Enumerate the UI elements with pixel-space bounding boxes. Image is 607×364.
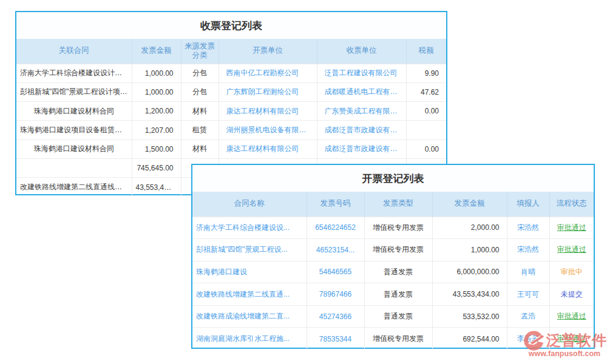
amount-cell: 1,200.00 (132, 102, 181, 121)
invoice-number-link[interactable]: 45274366 (307, 305, 364, 328)
invoice-type-cell: 增值税专用发票 (364, 217, 432, 239)
invoice-header-row: 合同名称 发票号码 发票类型 发票金额 填报人 流程状态 (192, 192, 594, 217)
col-header-invoicing-unit: 开票单位 (219, 39, 317, 64)
table-row: 济南大学工科综合楼建设设... 6546224652 增值税专用发票 2,000… (192, 217, 594, 239)
contract-link[interactable]: 彭祖新城"四馆"景观工程设... (192, 239, 307, 261)
invoicer-link[interactable]: 西南中亿工程勘察公司 (219, 64, 317, 83)
status-badge[interactable]: 未提交 (561, 290, 583, 298)
tax-cell: 47.62 (406, 83, 446, 101)
invoice-type-cell: 普通发票 (364, 283, 432, 306)
contract-cell: 珠海鹤港口建设材料合同 (16, 140, 132, 158)
invoice-table: 合同名称 发票号码 发票类型 发票金额 填报人 流程状态 济南大学工科综合楼建设… (192, 192, 594, 350)
col-header-receiving-unit: 收票单位 (317, 39, 406, 64)
receiver-link[interactable]: 广东赞美成工程有限公司 (317, 102, 406, 121)
invoice-number-link[interactable]: 46523154... (307, 239, 364, 261)
col-header-invoice-amount: 发票金额 (432, 192, 507, 217)
amount-cell: 43,553,434.00 (432, 283, 507, 306)
amount-cell: 533,532.00 (432, 305, 507, 328)
status-badge[interactable]: 审批中 (561, 268, 583, 276)
receiver-link[interactable]: 成都泛普市政建设有限公司 (317, 140, 406, 158)
contract-link[interactable]: 湖南洞庭湖水库引水工程施... (192, 328, 307, 350)
filler-link[interactable]: 孟浩 (507, 305, 549, 328)
invoicer-link[interactable]: 湖州丽景机电设备有限公司 (219, 121, 317, 140)
amount-cell: 1,000.00 (132, 64, 181, 83)
amount-cell: 1,000.00 (132, 83, 181, 101)
receipt-table-title: 收票登记列表 (16, 12, 446, 39)
invoice-number-link[interactable]: 78967466 (307, 283, 364, 306)
col-header-tax-amount: 税额 (406, 39, 446, 64)
invoice-type-cell: 普通发票 (364, 305, 432, 328)
col-header-process-status: 流程状态 (549, 192, 594, 217)
col-header-related-contract: 关联合同 (16, 39, 132, 64)
invoice-register-panel: 开票登记列表 合同名称 发票号码 发票类型 发票金额 填报人 流程状态 济南大学… (191, 164, 595, 349)
contract-link[interactable]: 改建铁路成渝线增建第二直... (192, 305, 307, 328)
col-header-invoice-type: 发票类型 (364, 192, 432, 217)
tax-cell (406, 121, 446, 140)
col-header-contract-name: 合同名称 (192, 192, 307, 217)
table-row: 改建铁路线增建第二线直通... 78967466 普通发票 43,553,434… (192, 283, 594, 306)
filler-link[interactable]: 王可可 (507, 283, 549, 306)
category-cell: 分包 (181, 83, 219, 101)
amount-cell: 745,645.00 (132, 158, 181, 177)
receiver-link[interactable]: 泛普工程建设有限公司 (317, 64, 406, 83)
contract-link[interactable]: 济南大学工科综合楼建设设... (192, 217, 307, 239)
col-header-invoice-amount: 发票金额 (132, 39, 181, 64)
contract-cell: 改建铁路线增建第二线直通线（成... (16, 178, 132, 197)
table-row: 珠海鹤港口建设 54646565 普通发票 6,000,000.00 肖晴 审批… (192, 261, 594, 283)
tax-cell: 0.00 (406, 140, 446, 158)
filler-link[interactable]: 宋浩然 (507, 239, 549, 261)
status-badge[interactable]: 审批通过 (557, 223, 586, 232)
invoice-type-cell: 增值税专用发票 (364, 328, 432, 350)
watermark-url-text: www.fanpusoft.com (522, 349, 607, 358)
filler-link[interactable]: 肖晴 (507, 261, 549, 283)
table-row: 彭祖新城"四馆"景观工程设计项目... 1,000.00 分包 广东辉朗工程测绘… (16, 83, 446, 101)
amount-cell: 43,553,43... (132, 178, 181, 197)
category-cell: 租赁 (181, 121, 219, 140)
table-row: 珠海鹤港口建设项目设备租赁合同 1,207.00 租赁 湖州丽景机电设备有限公司… (16, 121, 446, 140)
invoice-number-link[interactable]: 78535344 (307, 328, 364, 350)
table-row: 济南大学工科综合楼建设设计项目... 1,000.00 分包 西南中亿工程勘察公… (16, 64, 446, 83)
invoicer-link[interactable]: 广东辉朗工程测绘公司 (219, 83, 317, 101)
filler-link[interactable]: 宋浩然 (507, 217, 549, 239)
col-header-source-invoice-category: 来源发票分类 (181, 39, 219, 64)
table-row: 彭祖新城"四馆"景观工程设... 46523154... 增值税专用发票 1,0… (192, 239, 594, 261)
amount-cell: 2,000.00 (432, 217, 507, 239)
contract-cell: 珠海鹤港口建设材料合同 (16, 102, 132, 121)
status-badge[interactable]: 审批通过 (557, 312, 586, 320)
contract-link[interactable]: 珠海鹤港口建设 (192, 261, 307, 283)
invoicer-link[interactable]: 康达工程材料有限公司 (219, 102, 317, 121)
status-badge[interactable]: 审批通过 (557, 245, 586, 254)
contract-cell: 彭祖新城"四馆"景观工程设计项目... (16, 83, 132, 101)
invoice-number-link[interactable]: 54646565 (307, 261, 364, 283)
amount-cell: 692,544.00 (432, 328, 507, 350)
tax-cell: 9.90 (406, 64, 446, 83)
contract-link[interactable]: 改建铁路线增建第二线直通... (192, 283, 307, 306)
contract-cell (16, 158, 132, 177)
contract-cell: 珠海鹤港口建设项目设备租赁合同 (16, 121, 132, 140)
invoice-type-cell: 普通发票 (364, 261, 432, 283)
status-badge[interactable]: 审批通过 (557, 334, 586, 343)
table-row: 湖南洞庭湖水库引水工程施... 78535344 增值税专用发票 692,544… (192, 328, 594, 350)
contract-cell: 济南大学工科综合楼建设设计项目... (16, 64, 132, 83)
invoice-type-cell: 增值税专用发票 (364, 239, 432, 261)
invoice-table-title: 开票登记列表 (192, 165, 594, 192)
col-header-invoice-number: 发票号码 (307, 192, 364, 217)
category-cell: 材料 (181, 102, 219, 121)
invoicer-link[interactable]: 康达工程材料有限公司 (219, 140, 317, 158)
receiver-link[interactable]: 成都暖通机电工程有限公司 (317, 83, 406, 101)
category-cell: 分包 (181, 64, 219, 83)
amount-cell: 1,207.00 (132, 121, 181, 140)
tax-cell: 0.00 (406, 102, 446, 121)
category-cell: 材料 (181, 140, 219, 158)
amount-cell: 6,000,000.00 (432, 261, 507, 283)
amount-cell: 1,500.00 (132, 140, 181, 158)
receipt-header-row: 关联合同 发票金额 来源发票分类 开票单位 收票单位 税额 (16, 39, 446, 64)
invoice-number-link[interactable]: 6546224652 (307, 217, 364, 239)
receiver-link[interactable]: 成都泛普市政建设有限公司 (317, 121, 406, 140)
col-header-filler: 填报人 (507, 192, 549, 217)
table-row: 珠海鹤港口建设材料合同 1,200.00 材料 康达工程材料有限公司 广东赞美成… (16, 102, 446, 121)
filler-link[interactable]: 李若若 (507, 328, 549, 350)
amount-cell: 1,000.00 (432, 239, 507, 261)
table-row: 珠海鹤港口建设材料合同 1,500.00 材料 康达工程材料有限公司 成都泛普市… (16, 140, 446, 158)
table-row: 改建铁路成渝线增建第二直... 45274366 普通发票 533,532.00… (192, 305, 594, 328)
